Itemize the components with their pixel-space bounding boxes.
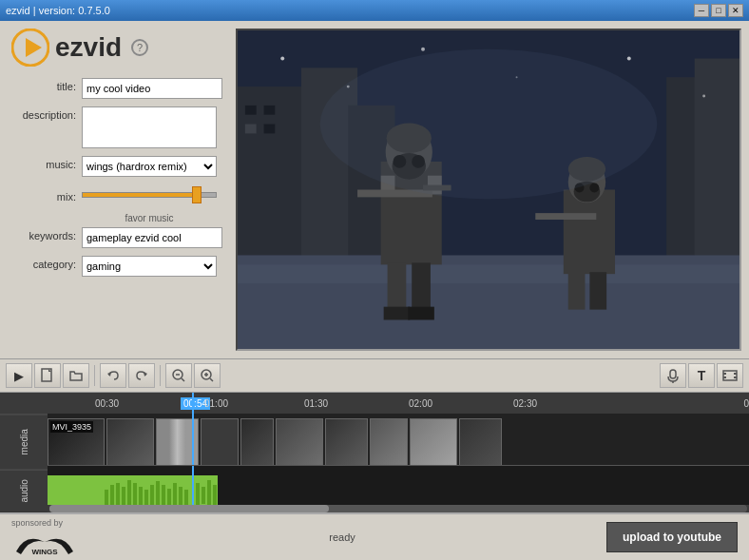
svg-rect-62: [734, 377, 737, 378]
svg-rect-60: [723, 377, 726, 378]
svg-rect-25: [388, 262, 407, 309]
svg-text:WINGS: WINGS: [31, 548, 58, 556]
audio-track-label: audio: [0, 470, 48, 512]
maximize-button[interactable]: □: [711, 4, 726, 17]
svg-rect-67: [122, 487, 125, 505]
zoom-in-button[interactable]: [194, 363, 221, 388]
svg-rect-65: [110, 485, 114, 505]
audio-waveform: [48, 475, 192, 505]
svg-point-33: [589, 183, 599, 193]
svg-rect-37: [589, 272, 606, 309]
svg-rect-75: [167, 489, 171, 505]
svg-rect-26: [412, 262, 431, 309]
svg-rect-64: [105, 490, 108, 505]
svg-rect-73: [156, 481, 160, 505]
time-ruler: 00:30 00:54 01:00 01:30 02:00 02:30 0: [0, 393, 749, 414]
play-button[interactable]: ▶: [6, 363, 32, 388]
mic-icon: [665, 368, 681, 383]
description-row: description:: [11, 106, 217, 148]
toolbar-separator-1: [94, 365, 95, 386]
scene-svg: [238, 30, 739, 349]
mix-fill: [83, 193, 196, 197]
title-label: title:: [11, 78, 76, 92]
left-panel: ezvid ? title: description: music: wings…: [0, 21, 228, 358]
media-clip-9[interactable]: [410, 418, 457, 466]
folder-icon: [68, 368, 84, 383]
help-icon[interactable]: ?: [131, 39, 148, 56]
audio-track[interactable]: [48, 466, 749, 505]
time-marker-0130: 01:30: [304, 398, 328, 409]
media-clip-6[interactable]: [276, 418, 323, 466]
audio-green-bar: [48, 475, 192, 505]
zoom-out-button[interactable]: [165, 363, 192, 388]
svg-rect-56: [670, 370, 676, 378]
keywords-input[interactable]: [82, 227, 222, 248]
new-clip-button[interactable]: [34, 363, 61, 388]
main-window: ezvid ? title: description: music: wings…: [0, 21, 749, 560]
mix-thumb[interactable]: [192, 186, 202, 203]
text-button[interactable]: T: [688, 363, 715, 388]
media-clip-8[interactable]: [370, 418, 408, 466]
track-content: MVI_3935: [48, 414, 749, 512]
time-ruler-content: 00:30 00:54 01:00 01:30 02:00 02:30 0: [48, 393, 749, 414]
bottom-bar: sponsored by WINGS ready upload to youtu…: [0, 512, 749, 560]
timeline-scrollbar[interactable]: [48, 505, 749, 512]
media-clip-7[interactable]: [325, 418, 368, 466]
media-clip-4[interactable]: [201, 418, 239, 466]
media-clip-2[interactable]: [106, 418, 154, 466]
sponsor-area: sponsored by WINGS: [11, 518, 78, 556]
svg-point-42: [627, 57, 631, 61]
mix-slider[interactable]: [82, 184, 217, 205]
svg-line-51: [182, 378, 184, 381]
keywords-row: keywords:: [11, 227, 217, 248]
video-scene: [238, 30, 739, 349]
media-clip-5[interactable]: [240, 418, 274, 466]
category-select[interactable]: gaming: [82, 256, 217, 277]
upload-button[interactable]: upload to youtube: [606, 522, 738, 552]
sponsor-logo: WINGS: [11, 528, 78, 556]
svg-rect-59: [723, 373, 726, 375]
tracks-container: media audio MVI_3935: [0, 414, 749, 512]
scrollbar-track: [49, 505, 747, 512]
zoom-out-icon: [171, 368, 186, 383]
undo-button[interactable]: [100, 363, 126, 388]
audio-bar-2: [194, 475, 218, 505]
app-title: ezvid | version: 0.7.5.0: [6, 5, 110, 16]
title-input[interactable]: [82, 78, 222, 99]
svg-rect-68: [127, 480, 131, 505]
music-label: music:: [11, 156, 76, 170]
svg-rect-69: [133, 483, 137, 505]
audio-playhead: [192, 466, 194, 505]
mix-row: mix:: [11, 184, 217, 205]
sponsor-text: sponsored by: [11, 518, 63, 528]
sponsor-info: sponsored by WINGS: [11, 518, 78, 556]
playhead-line: [192, 393, 194, 414]
mix-sublabel: favor music: [82, 213, 217, 223]
close-button[interactable]: ✕: [728, 4, 743, 17]
svg-rect-80: [196, 483, 200, 505]
open-button[interactable]: [63, 363, 89, 388]
window-controls: ─ □ ✕: [694, 4, 743, 17]
top-section: ezvid ? title: description: music: wings…: [0, 21, 749, 358]
video-preview: [236, 29, 741, 351]
category-label: category:: [11, 256, 76, 270]
svg-rect-61: [734, 373, 737, 375]
scrollbar-thumb[interactable]: [49, 505, 329, 512]
media-track[interactable]: MVI_3935: [48, 414, 749, 466]
music-select[interactable]: wings (hardrox remix): [82, 156, 217, 177]
svg-marker-48: [144, 372, 147, 377]
film-icon: [722, 368, 738, 383]
film-button[interactable]: [717, 363, 743, 388]
svg-rect-72: [150, 485, 154, 505]
media-track-label: media: [0, 414, 48, 470]
audio-waveform-2: [194, 475, 218, 505]
redo-button[interactable]: [128, 363, 155, 388]
minimize-button[interactable]: ─: [694, 4, 709, 17]
undo-icon: [106, 368, 121, 383]
time-marker-0030: 00:30: [95, 398, 119, 409]
media-clip-10[interactable]: [459, 418, 502, 466]
description-input[interactable]: [82, 106, 217, 148]
mic-button[interactable]: [660, 363, 686, 388]
svg-point-40: [421, 48, 425, 51]
media-clip-1[interactable]: MVI_3935: [48, 418, 105, 466]
